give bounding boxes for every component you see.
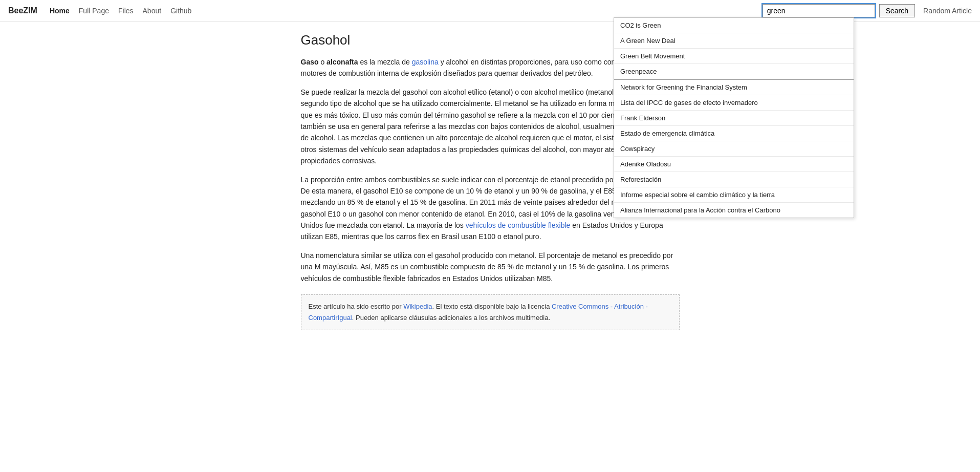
wikipedia-link[interactable]: Wikipedia xyxy=(403,303,432,310)
dropdown-item[interactable]: A Green New Deal xyxy=(614,33,854,49)
dropdown-item[interactable]: Reforestación xyxy=(614,172,854,187)
random-article-link[interactable]: Random Article xyxy=(923,7,972,15)
search-input[interactable] xyxy=(763,4,875,17)
search-area: Search Random Article CO2 is GreenA Gree… xyxy=(763,4,972,17)
dropdown-item[interactable]: Network for Greening the Financial Syste… xyxy=(614,80,854,95)
dropdown-item[interactable]: Estado de emergencia climática xyxy=(614,126,854,141)
footer-text1: Este artículo ha sido escrito por xyxy=(309,303,404,310)
search-button[interactable]: Search xyxy=(879,4,915,17)
dropdown-item[interactable]: Frank Elderson xyxy=(614,111,854,126)
nav-fullpage[interactable]: Full Page xyxy=(79,7,109,15)
logo: BeeZIM xyxy=(8,6,37,15)
nav-about[interactable]: About xyxy=(143,7,162,15)
nav-github[interactable]: Github xyxy=(170,7,191,15)
dropdown-item[interactable]: Green Belt Movement xyxy=(614,49,854,64)
dropdown-item[interactable]: CO2 is Green xyxy=(614,18,854,33)
footer-text2: . El texto está disponible bajo la licen… xyxy=(432,303,552,310)
article-para-4: Una nomenclatura similar se utiliza con … xyxy=(301,250,680,284)
footer-text3: . Pueden aplicarse cláusulas adicionales… xyxy=(352,314,550,321)
dropdown-item[interactable]: Alianza Internacional para la Acción con… xyxy=(614,203,854,218)
dropdown-item[interactable]: Informe especial sobre el cambio climáti… xyxy=(614,187,854,203)
dropdown-item[interactable]: Greenpeace xyxy=(614,64,854,80)
header: BeeZIM Home Full Page Files About Github… xyxy=(0,0,980,22)
nav: Home Full Page Files About Github xyxy=(50,7,191,15)
search-dropdown: CO2 is GreenA Green New DealGreen Belt M… xyxy=(614,17,854,218)
nav-home[interactable]: Home xyxy=(50,7,70,15)
article-footer: Este artículo ha sido escrito por Wikipe… xyxy=(301,294,680,330)
dropdown-item[interactable]: Adenike Oladosu xyxy=(614,157,854,172)
dropdown-item[interactable]: Cowspiracy xyxy=(614,141,854,157)
nav-files[interactable]: Files xyxy=(118,7,134,15)
dropdown-item[interactable]: Lista del IPCC de gases de efecto invern… xyxy=(614,95,854,111)
